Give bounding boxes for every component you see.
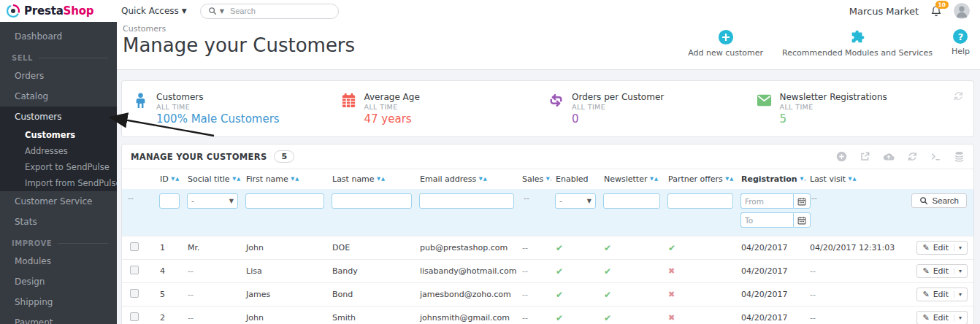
cell-partner-offers[interactable]: ✔ [664,236,737,260]
filter-partner-offers-input[interactable] [667,193,733,209]
kpi-value[interactable]: 5 [780,112,887,126]
sort-icons[interactable]: ▼▲ [725,174,734,184]
caret-down-icon[interactable]: ▾ [954,244,962,251]
sidebar-item-customers[interactable]: Customers [0,107,117,127]
kpi-refresh-icon[interactable] [953,90,964,104]
select-all-column [122,169,156,189]
sort-icons[interactable]: ▼▲ [171,174,180,184]
edit-button[interactable]: ✎Edit▾ [916,288,968,301]
cell-enabled[interactable]: ✔ [551,236,600,260]
sidebar-item-orders[interactable]: Orders [0,66,117,86]
sort-icons[interactable]: ▼▲ [849,174,857,184]
caret-down-icon[interactable]: ▾ [954,315,962,321]
filter-first-name-input[interactable] [245,193,324,209]
refresh-icon[interactable] [907,151,918,162]
calendar-picker-button[interactable] [793,212,811,228]
cell-enabled[interactable]: ✔ [551,306,600,324]
column-header-id[interactable]: ID ▼▲ [156,169,183,189]
console-icon[interactable] [930,151,941,162]
search-button[interactable]: Search [911,193,967,208]
cell-partner-offers[interactable]: ✖ [664,260,737,283]
cell-newsletter[interactable]: ✔ [600,283,664,306]
column-header-sales[interactable]: Sales ▼▲ [518,169,551,189]
column-header-newsletter[interactable]: Newsletter ▼▲ [600,169,664,189]
column-header-registration[interactable]: Registration ▼▲ [737,169,805,189]
kpi-value[interactable]: 0 [572,112,664,126]
sort-icons[interactable]: ▼▲ [232,174,241,184]
column-header-last-visit[interactable]: Last visit ▼▲ [805,169,899,189]
import-icon[interactable] [883,152,895,161]
cell-partner-offers[interactable]: ✖ [664,283,737,306]
add-icon[interactable] [836,151,847,162]
recommended-modules-button[interactable]: Recommended Modules and Services [782,29,933,58]
export-icon[interactable] [860,151,870,162]
caret-down-icon[interactable]: ▾ [954,268,962,274]
calendar-icon [340,92,357,109]
filter-email-address-input[interactable] [419,193,514,209]
row-checkbox[interactable] [130,289,139,298]
sort-icons[interactable]: ▼▲ [291,174,299,184]
add-new-customer-button[interactable]: Add new customer [688,29,763,58]
search-input[interactable] [230,7,331,15]
column-header-last-name[interactable]: Last name ▼▲ [328,169,416,189]
quick-access-dropdown[interactable]: Quick Access ▼ [121,6,187,16]
notifications-bell[interactable]: 10 [930,5,942,17]
filter-newsletter-input[interactable] [603,193,660,209]
filter-social-title-select[interactable]: -▼ [187,193,238,209]
breadcrumb[interactable]: Customers [123,24,688,34]
sidebar-item-modules[interactable]: Modules [0,251,117,271]
kpi-value[interactable]: 47 years [364,112,420,126]
sidebar-item-dashboard[interactable]: Dashboard [0,26,117,47]
avatar[interactable] [954,3,970,19]
grid-options-icon[interactable] [954,151,965,163]
edit-button[interactable]: ✎Edit▾ [916,241,968,255]
help-button[interactable]: ?Help [952,29,970,56]
customer-row[interactable]: 1 Mr. John DOE pub@prestashop.com -- ✔ ✔… [122,236,973,260]
sidebar-item-customers[interactable]: Customers [0,127,117,143]
cell-enabled[interactable]: ✔ [551,260,600,283]
sort-icons[interactable]: ▼▲ [479,174,488,184]
row-checkbox[interactable] [130,266,139,274]
customer-row[interactable]: 5 -- James Bond jamesbond@zoho.com -- ✔ … [122,283,973,306]
sidebar-item-stats[interactable]: Stats [0,212,117,232]
column-header-social-title[interactable]: Social title ▼▲ [183,169,242,189]
column-header-partner-offers[interactable]: Partner offers ▼▲ [664,169,737,189]
filter-last-name-input[interactable] [332,193,412,209]
kpi-value[interactable]: 100% Male Customers [156,112,280,126]
cell-newsletter[interactable]: ✔ [600,236,664,260]
filter-to-input[interactable] [740,212,793,228]
prestashop-logo[interactable]: PrestaShop [0,4,117,18]
sidebar-item-design[interactable]: Design [0,271,117,292]
sidebar-item-import-from-sendpulse[interactable]: Import from SendPulse [0,175,117,191]
sidebar-item-payment[interactable]: Payment [0,312,117,324]
sidebar-item-customer-service[interactable]: Customer Service [0,191,117,212]
sort-icons[interactable]: ▼▲ [546,174,551,184]
column-header-email-address[interactable]: Email address ▼▲ [416,169,518,189]
cell-newsletter[interactable]: ✔ [600,260,664,283]
row-checkbox[interactable] [130,242,139,251]
global-search[interactable]: ▼ [200,4,339,19]
sidebar-item-addresses[interactable]: Addresses [0,143,117,159]
sort-icons[interactable]: ▼▲ [800,174,805,184]
cell-partner-offers[interactable]: ✖ [664,306,737,324]
row-checkbox[interactable] [130,312,139,321]
sidebar-item-export-to-sendpulse[interactable]: Export to SendPulse [0,159,117,175]
customer-row[interactable]: 2 -- John Smith johnsmith@gmail.com -- ✔… [122,306,973,324]
calendar-picker-button[interactable] [793,193,811,209]
edit-button[interactable]: ✎Edit▾ [916,264,968,278]
customer-row[interactable]: 4 -- Lisa Bandy lisabandy@hotmail.com --… [122,260,973,283]
filter-enabled-select[interactable]: -▼ [555,193,596,209]
sort-icons[interactable]: ▼▲ [650,174,659,184]
sidebar-item-catalog[interactable]: Catalog [0,86,117,107]
cell-enabled[interactable]: ✔ [551,283,600,306]
user-name[interactable]: Marcus Market [849,6,919,17]
column-header-first-name[interactable]: First name ▼▲ [242,169,328,189]
cell-newsletter[interactable]: ✔ [600,306,664,324]
filter-id-input[interactable] [159,193,180,209]
search-type-caret-icon[interactable]: ▼ [220,8,224,15]
sidebar-item-shipping[interactable]: Shipping [0,292,117,312]
caret-down-icon[interactable]: ▾ [954,291,962,298]
filter-from-input[interactable] [740,193,793,209]
sort-icons[interactable]: ▼▲ [377,174,386,184]
edit-button[interactable]: ✎Edit▾ [916,311,968,324]
